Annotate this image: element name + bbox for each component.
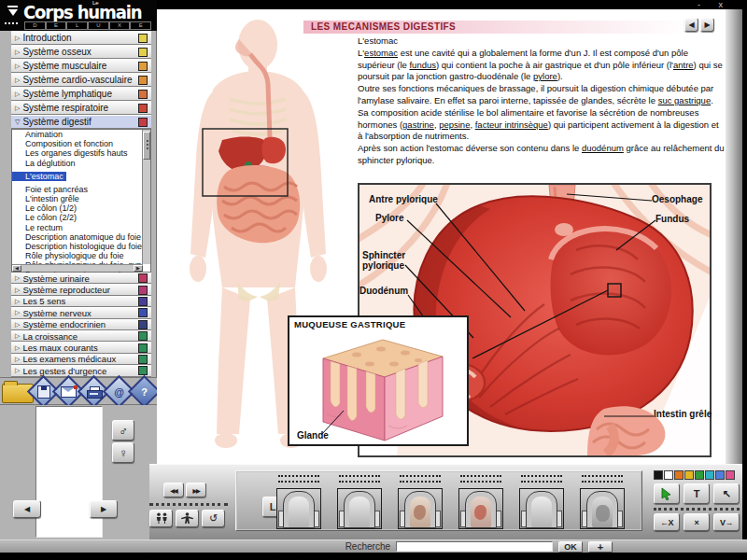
text-tool-button[interactable]: T xyxy=(684,483,710,504)
submenu-item[interactable]: Le rectum xyxy=(12,223,144,232)
sidebar-item-systeme-osseux[interactable]: ▷Système osseux xyxy=(11,45,151,59)
dots-row xyxy=(460,481,501,483)
label-sphincter-pylorique: Sphincter pylorique xyxy=(362,250,415,271)
sidebar-item-systeme-nerveux[interactable]: ▷Système nerveux xyxy=(11,307,151,318)
skip-start-button[interactable]: ◀◀ xyxy=(163,483,184,497)
category-color-swatch xyxy=(138,48,148,57)
view-thumbnail-group xyxy=(580,475,625,530)
page-prev-button[interactable]: ◀ xyxy=(684,18,698,32)
delete-button[interactable]: × xyxy=(684,513,710,531)
expand-triangle-icon: ▷ xyxy=(15,77,20,84)
sidebar-item-les-5-sens[interactable]: ▷Les 5 sens xyxy=(11,296,151,307)
list-prev-button[interactable]: ◀ xyxy=(13,500,41,518)
body-view-thumbnail-6[interactable] xyxy=(580,488,625,529)
sidebar-item-systeme-musculaire[interactable]: ▷Système musculaire xyxy=(11,59,151,73)
female-button[interactable]: ♀ xyxy=(112,442,134,463)
dots-row xyxy=(278,481,319,483)
submenu-item[interactable]: Les organes digestifs hauts xyxy=(12,148,144,158)
close-button[interactable]: x xyxy=(719,0,724,9)
submenu-item[interactable]: Animation xyxy=(12,130,144,139)
expand-triangle-icon: ▷ xyxy=(15,63,20,70)
validate-button[interactable]: V→ xyxy=(713,513,740,531)
search-ok-button[interactable]: OK xyxy=(558,541,583,553)
list-next-button[interactable]: ▶ xyxy=(90,500,118,518)
scrollbar-thumb[interactable] xyxy=(143,132,150,160)
label-glande: Glande xyxy=(297,430,329,441)
page-next-button[interactable]: ▶ xyxy=(700,18,714,32)
body-view-thumbnail-2[interactable] xyxy=(337,488,382,529)
help-icon[interactable]: ? xyxy=(128,375,161,408)
sidebar-item-systeme-respiratoire[interactable]: ▷Système respiratoire xyxy=(11,101,151,115)
label-oesophage: Oesophage xyxy=(652,194,702,204)
search-add-button[interactable]: + xyxy=(588,541,613,553)
divider-dots xyxy=(149,503,228,506)
figures-button[interactable] xyxy=(149,510,173,527)
submenu-item[interactable]: Description histologique du foie xyxy=(12,242,144,251)
arrow-tool-button[interactable]: ↖ xyxy=(713,483,740,504)
expand-triangle-icon: ▷ xyxy=(15,49,20,56)
body-view-thumbnail-3[interactable] xyxy=(398,488,443,529)
submenu-item[interactable]: L'intestin grêle xyxy=(12,194,144,203)
article-paragraph: L'estomac est une cavité qui a globaleme… xyxy=(358,48,725,83)
scroll-right-button[interactable]: ▶ xyxy=(134,265,143,272)
minimize-button[interactable]: - xyxy=(698,0,700,9)
body-view-thumbnail-4[interactable] xyxy=(458,488,503,529)
submenu-item[interactable]: Description anatomique du foie xyxy=(12,232,144,242)
body-zones-button[interactable] xyxy=(176,510,199,527)
rotate-button[interactable]: ↺ xyxy=(202,510,225,527)
sidebar-item-les-gestes-d-urgence[interactable]: ▷Les gestes d'urgence xyxy=(11,365,151,376)
palette-swatch[interactable] xyxy=(654,470,663,480)
scroll-left-button[interactable]: ◀ xyxy=(12,265,21,272)
label-antre-pylorique: Antre pylorique xyxy=(369,194,438,204)
search-label: Recherche xyxy=(329,541,390,552)
palette-swatch[interactable] xyxy=(726,470,735,480)
article-paragraph: Outre ses fonctions mécaniques de brassa… xyxy=(358,83,725,107)
sidebar-item-la-croissance[interactable]: ▷La croissance xyxy=(11,330,151,342)
palette-swatch[interactable] xyxy=(695,470,704,480)
search-input[interactable] xyxy=(396,541,553,552)
sidebar-item-systeme-reproducteur[interactable]: ▷Système reproducteur xyxy=(11,284,151,295)
sidebar-item-les-examens-medicaux[interactable]: ▷Les examens médicaux xyxy=(11,354,151,365)
delete-left-button[interactable]: ←X xyxy=(654,513,680,531)
expand-triangle-icon: ▷ xyxy=(15,344,20,352)
divider-dots xyxy=(654,508,740,511)
submenu-item[interactable]: Foie et pancréas xyxy=(12,185,144,194)
expand-triangle-icon: ▷ xyxy=(15,274,20,282)
skip-end-button[interactable]: ▶▶ xyxy=(186,483,206,497)
palette-swatch[interactable] xyxy=(715,470,725,480)
sidebar-item-systeme-urinaire[interactable]: ▷Système urinaire xyxy=(11,273,151,284)
submenu-item[interactable]: Composition et fonction xyxy=(12,139,144,148)
category-color-swatch xyxy=(138,104,148,113)
section-header: LES MECANISMES DIGESTIFS xyxy=(303,21,690,34)
dots-row xyxy=(400,481,441,483)
view-thumbnail-group xyxy=(398,475,443,530)
category-color-swatch xyxy=(138,118,148,127)
bottom-toolbar: ◀◀ ▶▶ ↺ L xyxy=(149,464,742,539)
submenu-item[interactable]: Le côlon (2/2) xyxy=(12,213,144,222)
expand-triangle-icon: ▷ xyxy=(15,105,20,112)
sidebar-item-systeme-cardio-vasculaire[interactable]: ▷Système cardio-vasculaire xyxy=(11,73,151,87)
male-button[interactable]: ♂ xyxy=(112,420,134,441)
submenu-item[interactable]: Le côlon (1/2) xyxy=(12,203,144,213)
palette-swatch[interactable] xyxy=(674,470,684,480)
palette-swatch[interactable] xyxy=(705,470,714,480)
submenu-vertical-scrollbar[interactable] xyxy=(142,130,150,264)
palette-swatch[interactable] xyxy=(664,470,673,480)
submenu-horizontal-scrollbar[interactable]: ◀ ▶ xyxy=(12,264,143,272)
submenu-item[interactable]: La déglutition xyxy=(12,159,144,168)
submenu-item-selected[interactable]: L'estomac xyxy=(12,172,66,181)
body-view-thumbnail-1[interactable] xyxy=(276,488,321,529)
deluxe-letter: L xyxy=(67,22,87,29)
palette-swatch[interactable] xyxy=(684,470,694,480)
sidebar-item-systeme-lymphatique[interactable]: ▷Système lymphatique xyxy=(11,87,151,101)
digestif-submenu: Animation Composition et fonction Les or… xyxy=(11,129,151,273)
sidebar-item-systeme-endocrinien[interactable]: ▷Système endocrinien xyxy=(11,319,151,330)
deluxe-letter: D xyxy=(25,22,45,29)
sidebar-item-les-maux-courants[interactable]: ▷Les maux courants xyxy=(11,342,151,353)
submenu-item[interactable]: Rôle physiologique du foie xyxy=(12,251,144,260)
sidebar-item-systeme-digestif[interactable]: ▽Système digestif xyxy=(11,115,151,129)
expand-triangle-icon: ▷ xyxy=(15,332,20,340)
sidebar-item-introduction[interactable]: ▷Introduction xyxy=(11,31,151,45)
cursor-tool-button[interactable] xyxy=(654,483,680,504)
body-view-thumbnail-5[interactable] xyxy=(519,488,564,529)
